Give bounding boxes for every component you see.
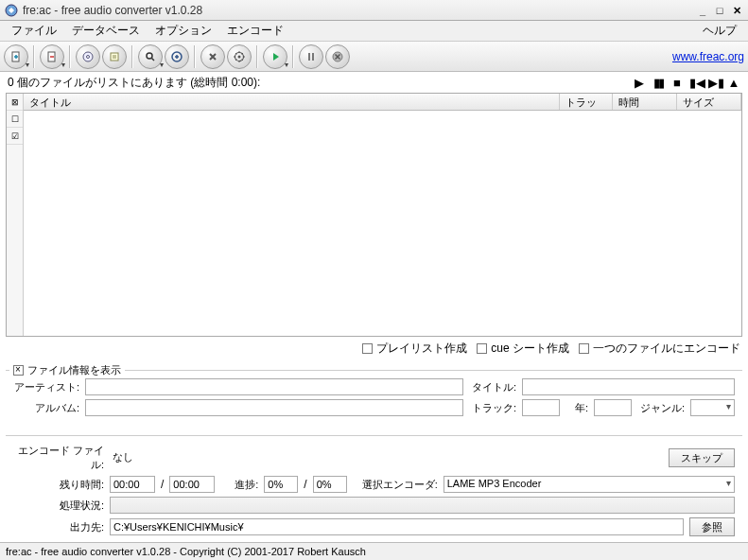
playlist-label: プレイリスト作成 bbox=[376, 341, 467, 357]
remove-file-button[interactable]: ▾ bbox=[40, 44, 64, 69]
encode-group: エンコード ファイル: なし スキップ 残り時間: / 進捗: / 選択エンコー… bbox=[6, 435, 742, 546]
file-info-group: ×ファイル情報を表示 アーティスト: タイトル: アルバム: トラック: 年: … bbox=[6, 370, 742, 426]
singlefile-label: 一つのファイルにエンコード bbox=[593, 341, 740, 357]
encode-file-value: なし bbox=[110, 449, 663, 466]
stop-icon[interactable]: ■ bbox=[670, 76, 684, 90]
output-label: 出力先: bbox=[13, 520, 104, 534]
cd-button[interactable] bbox=[76, 44, 100, 69]
col-size[interactable]: サイズ bbox=[677, 94, 741, 110]
pause-button[interactable] bbox=[299, 44, 323, 69]
player-controls: ▶ ▮▮ ■ ▮◀ ▶▮ ▲ bbox=[633, 76, 740, 90]
settings-button[interactable] bbox=[200, 44, 225, 69]
svg-marker-10 bbox=[273, 53, 279, 61]
encode-button[interactable]: ▾ bbox=[263, 44, 287, 69]
menu-help[interactable]: ヘルプ bbox=[695, 21, 744, 41]
svg-rect-5 bbox=[111, 53, 118, 61]
state-label: 処理状況: bbox=[13, 499, 104, 513]
artist-input[interactable] bbox=[85, 378, 463, 395]
svg-rect-11 bbox=[308, 53, 310, 61]
menu-database[interactable]: データベース bbox=[64, 21, 148, 41]
menu-encode[interactable]: エンコード bbox=[219, 21, 291, 41]
minimize-button[interactable]: _ bbox=[695, 4, 710, 17]
col-time[interactable]: 時間 bbox=[613, 94, 677, 110]
col-track[interactable]: トラック bbox=[560, 94, 613, 110]
progress-label: 進捗: bbox=[220, 478, 258, 492]
track-label: トラック: bbox=[469, 401, 516, 415]
year-label: 年: bbox=[565, 401, 588, 415]
maximize-button[interactable]: □ bbox=[712, 4, 727, 17]
progress1 bbox=[264, 476, 298, 493]
elapsed-value bbox=[110, 476, 155, 493]
playlist-checkbox[interactable]: プレイリスト作成 bbox=[362, 341, 467, 357]
encoder-select[interactable]: LAME MP3 Encoder bbox=[444, 476, 735, 493]
app-icon bbox=[4, 3, 19, 18]
status-bar: fre:ac - free audio converter v1.0.28 - … bbox=[0, 542, 748, 560]
search-button[interactable]: ▾ bbox=[138, 44, 163, 69]
album-label: アルバム: bbox=[13, 401, 79, 415]
fileinfo-group-label: ファイル情報を表示 bbox=[27, 363, 121, 377]
close-button[interactable]: ✕ bbox=[729, 4, 744, 17]
progress-bar bbox=[110, 497, 735, 514]
fileinfo-toggle[interactable]: × bbox=[13, 365, 24, 376]
eject-icon[interactable]: ▲ bbox=[727, 76, 740, 90]
title-label: タイトル: bbox=[469, 380, 516, 394]
cuesheet-checkbox[interactable]: cue シート作成 bbox=[477, 341, 569, 357]
svg-point-9 bbox=[238, 55, 241, 58]
singlefile-checkbox[interactable]: 一つのファイルにエンコード bbox=[579, 341, 740, 357]
album-input[interactable] bbox=[85, 399, 463, 416]
encoder-label: 選択エンコーダ: bbox=[353, 478, 438, 492]
add-file-button[interactable]: ▾ bbox=[4, 44, 28, 69]
menu-options[interactable]: オプション bbox=[148, 21, 219, 41]
titlebar: fre:ac - free audio converter v1.0.28 _ … bbox=[0, 0, 748, 21]
cddb-button[interactable] bbox=[102, 44, 127, 69]
row-check-1[interactable]: ☐ bbox=[7, 111, 23, 128]
title-input[interactable] bbox=[522, 378, 735, 395]
encode-options-row: プレイリスト作成 cue シート作成 一つのファイルにエンコード bbox=[0, 337, 748, 360]
table-header: タイトル トラック 時間 サイズ bbox=[24, 94, 741, 111]
file-table: ⊠ ☐ ☑ タイトル トラック 時間 サイズ bbox=[6, 93, 742, 337]
progress2 bbox=[313, 476, 347, 493]
genre-select[interactable] bbox=[690, 399, 735, 416]
pause-icon[interactable]: ▮▮ bbox=[652, 76, 665, 90]
menu-file[interactable]: ファイル bbox=[4, 21, 64, 41]
list-status-text: 0 個のファイルがリストにあります (総時間 0:00): bbox=[8, 75, 260, 91]
list-status-row: 0 個のファイルがリストにあります (総時間 0:00): ▶ ▮▮ ■ ▮◀ … bbox=[0, 72, 748, 93]
freac-link[interactable]: www.freac.org bbox=[672, 50, 744, 63]
output-input[interactable] bbox=[110, 518, 684, 535]
row-check-2[interactable]: ☑ bbox=[7, 128, 23, 145]
gear-button[interactable] bbox=[227, 44, 252, 69]
total-value bbox=[169, 476, 215, 493]
play-icon[interactable]: ▶ bbox=[633, 76, 646, 90]
artist-label: アーティスト: bbox=[13, 380, 79, 394]
toolbar: ▾ ▾ ▾ ▾ www.freac.org bbox=[0, 42, 748, 72]
window-title: fre:ac - free audio converter v1.0.28 bbox=[23, 4, 695, 17]
encode-file-label: エンコード ファイル: bbox=[13, 444, 104, 472]
cuesheet-label: cue シート作成 bbox=[491, 341, 569, 357]
svg-rect-12 bbox=[312, 53, 314, 61]
genre-label: ジャンル: bbox=[637, 401, 685, 415]
browse-button[interactable]: 参照 bbox=[689, 517, 735, 536]
svg-point-4 bbox=[87, 55, 90, 58]
elapsed-label: 残り時間: bbox=[13, 478, 104, 492]
stop-button[interactable] bbox=[325, 44, 350, 69]
svg-point-6 bbox=[147, 53, 152, 59]
col-title[interactable]: タイトル bbox=[24, 94, 560, 110]
track-input[interactable] bbox=[522, 399, 560, 416]
submit-button[interactable] bbox=[165, 44, 189, 69]
footer-text: fre:ac - free audio converter v1.0.28 - … bbox=[6, 546, 366, 557]
next-icon[interactable]: ▶▮ bbox=[708, 76, 722, 90]
prev-icon[interactable]: ▮◀ bbox=[689, 76, 703, 90]
menubar: ファイル データベース オプション エンコード ヘルプ bbox=[0, 21, 748, 42]
year-input[interactable] bbox=[594, 399, 632, 416]
header-check[interactable]: ⊠ bbox=[7, 94, 23, 111]
skip-button[interactable]: スキップ bbox=[669, 448, 735, 467]
table-body bbox=[24, 111, 741, 336]
